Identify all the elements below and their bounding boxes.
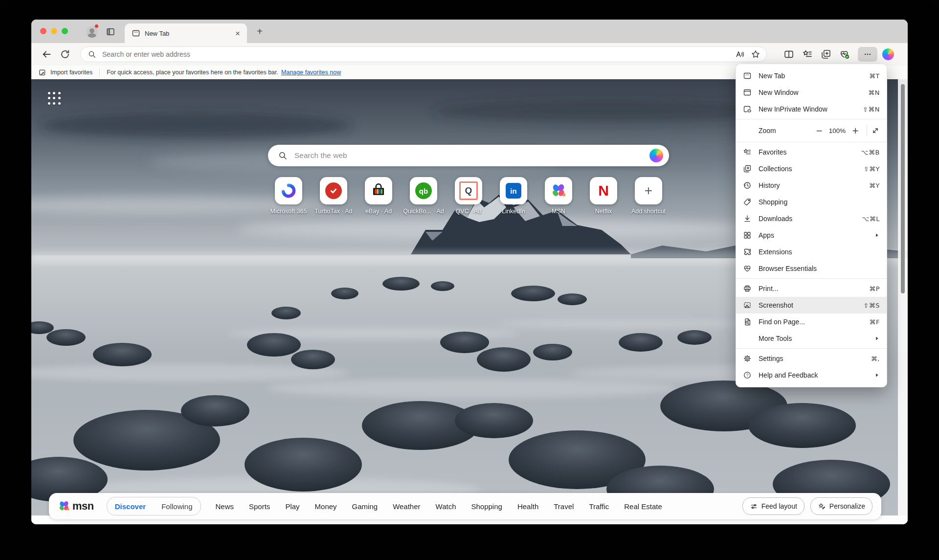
refresh-icon[interactable] [60,49,70,60]
settings-icon [743,354,752,363]
menu-divider [736,348,887,349]
find-on-page-icon [743,317,752,326]
tab-following[interactable]: Following [154,502,200,511]
nav-traffic[interactable]: Traffic [589,502,609,511]
macos-minimize-button[interactable] [51,28,57,34]
new-tab-button[interactable]: + [254,26,266,38]
menu-item-browser-essentials[interactable]: Browser Essentials [736,260,887,277]
favorites-icon[interactable] [802,49,813,60]
shortcut-add[interactable]: + Add shortcut [626,177,671,215]
netflix-icon: N [598,182,609,199]
nav-news[interactable]: News [216,502,234,511]
msn-logo[interactable]: msn [58,500,94,513]
feed-layout-icon [750,502,758,511]
menu-item-new-window[interactable]: New Window ⌘N [736,84,887,101]
help-icon [743,371,752,380]
import-favorites-icon[interactable] [38,68,46,77]
address-bar[interactable] [80,46,767,62]
fullscreen-icon[interactable] [871,126,880,135]
favorites-icon [743,148,752,157]
macos-close-button[interactable] [40,28,46,34]
nav-shopping[interactable]: Shopping [471,502,502,511]
nav-real-estate[interactable]: Real Estate [624,502,662,511]
menu-item-favorites[interactable]: Favorites ⌥⌘B [736,144,887,160]
web-search-bar[interactable] [268,145,669,166]
menu-item-find-on-page[interactable]: Find on Page... ⌘F [736,314,887,330]
menu-item-print[interactable]: Print... ⌘P [736,280,887,297]
menu-item-more-tools[interactable]: More Tools [736,330,887,347]
menu-item-help-and-feedback[interactable]: Help and Feedback [736,367,887,383]
extensions-icon [743,247,752,256]
back-icon[interactable] [41,49,52,60]
shortcut-qvc[interactable]: Q QVC · Ad [447,177,491,215]
nav-play[interactable]: Play [285,502,299,511]
copilot-icon[interactable] [649,149,663,162]
nav-sports[interactable]: Sports [249,502,270,511]
tab-close-icon[interactable]: × [233,29,242,38]
menu-item-apps[interactable]: Apps [736,227,887,244]
menu-item-new-tab[interactable]: New Tab ⌘T [736,67,887,84]
nav-weather[interactable]: Weather [393,502,420,511]
favbar-divider [99,68,100,76]
apps-launcher-icon[interactable] [48,92,61,105]
tab-favicon-icon [132,29,140,38]
manage-favorites-link[interactable]: Manage favorites now [281,69,341,76]
browser-essentials-icon[interactable] [839,49,850,60]
address-input[interactable] [101,50,735,59]
downloads-icon [743,214,752,223]
browser-window: New Tab × + Import favorites For quick a… [31,20,908,524]
zoom-in-button[interactable]: + [849,124,862,137]
browser-essentials-icon [743,264,752,273]
shortcut-msn[interactable]: MSN [537,177,581,215]
blank-icon [743,334,752,343]
menu-divider [736,278,887,279]
profile-notification-dot [95,24,98,28]
shortcut-turbotax[interactable]: TurboTax · Ad [312,177,356,215]
collections-icon[interactable] [821,49,831,60]
nav-travel[interactable]: Travel [554,502,574,511]
settings-and-more-menu: New Tab ⌘T New Window ⌘N New InPrivate W… [736,64,887,387]
nav-watch[interactable]: Watch [436,502,456,511]
nav-health[interactable]: Health [517,502,538,511]
web-search-input[interactable] [293,151,649,160]
copilot-icon[interactable] [882,48,894,60]
split-screen-icon[interactable] [783,49,794,60]
tab-discover[interactable]: Discover [107,502,154,511]
scrollbar-thumb[interactable] [901,84,905,293]
new-tab-icon [743,71,752,80]
menu-item-downloads[interactable]: Downloads ⌥⌘L [736,210,887,227]
macos-zoom-button[interactable] [62,28,68,34]
shortcut-quickbooks[interactable]: qb QuickBo... · Ad [402,177,446,215]
zoom-out-button[interactable]: − [813,124,826,137]
print-icon [743,284,752,293]
menu-item-extensions[interactable]: Extensions [736,244,887,260]
shortcut-microsoft-365[interactable]: Microsoft 365 [267,177,311,215]
personalize-button[interactable]: Personalize [810,497,872,515]
shortcut-ebay[interactable]: eBay · Ad [357,177,401,215]
shopping-icon [743,198,752,206]
menu-item-new-inprivate-window[interactable]: New InPrivate Window ⇧⌘N [736,101,887,117]
submenu-arrow-icon [874,232,880,238]
menu-item-history[interactable]: History ⌘Y [736,177,887,194]
settings-and-more-button[interactable] [858,47,877,62]
read-aloud-icon[interactable] [735,49,745,59]
submenu-arrow-icon [874,372,880,378]
menu-item-shopping[interactable]: Shopping [736,194,887,210]
personalize-icon [818,502,826,511]
collections-icon [743,164,752,173]
tab-overview-icon[interactable] [106,27,115,37]
nav-gaming[interactable]: Gaming [352,502,378,511]
feed-layout-button[interactable]: Feed layout [742,497,805,515]
plus-icon: + [645,183,652,199]
menu-item-settings[interactable]: Settings ⌘, [736,350,887,367]
feed-tabs: Discover Following [107,497,201,515]
nav-money[interactable]: Money [315,502,337,511]
tab-new-tab[interactable]: New Tab × [125,23,247,43]
shortcut-linkedin[interactable]: in LinkedIn [492,177,536,215]
shortcut-netflix[interactable]: N Netflix [581,177,626,215]
toolbar [31,43,908,66]
favorite-star-icon[interactable] [751,49,760,59]
menu-item-collections[interactable]: Collections ⇧⌘Y [736,160,887,177]
import-favorites-label[interactable]: Import favorites [50,69,92,76]
menu-item-screenshot[interactable]: Screenshot ⇧⌘S [736,297,887,314]
